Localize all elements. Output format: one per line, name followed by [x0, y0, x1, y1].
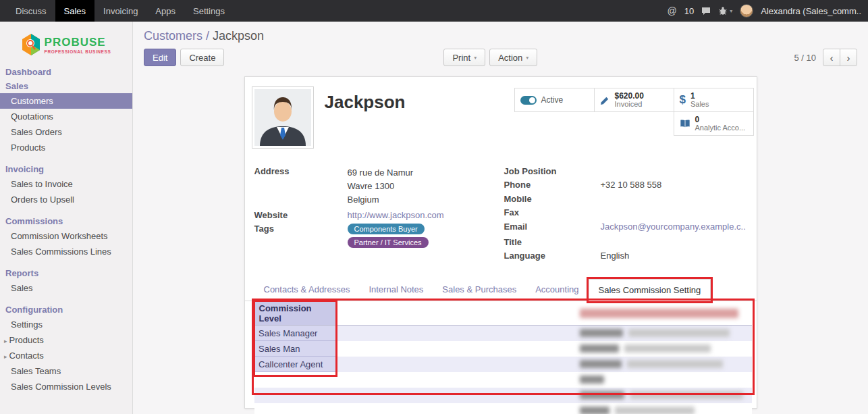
- user-avatar[interactable]: [740, 4, 753, 18]
- email-field: Email Jackpson@yourcompany.example.c..: [504, 222, 751, 232]
- top-menu-discuss[interactable]: Discuss: [7, 0, 55, 22]
- redacted-value: [580, 391, 624, 399]
- sidebar-item-quotations[interactable]: Quotations: [0, 109, 132, 124]
- commission-level-cell: Sales Man: [254, 341, 335, 357]
- sidebar-item-products[interactable]: Products: [0, 140, 132, 155]
- sidebar-section-sales[interactable]: Sales: [0, 79, 132, 93]
- tab-sales-commission-setting[interactable]: Sales Commission Setting: [589, 279, 711, 301]
- pager-buttons: ‹ ›: [823, 49, 857, 66]
- sidebar-item-config-products[interactable]: ▸Products: [0, 332, 132, 348]
- active-toggle-button[interactable]: Active: [514, 88, 595, 112]
- fax-label: Fax: [504, 207, 601, 217]
- invoiced-stat-button[interactable]: $620.00 Invoiced: [594, 88, 674, 112]
- commission-row-callcenter-agent[interactable]: Callcenter Agent: [254, 357, 752, 372]
- top-menu-sales[interactable]: Sales: [55, 0, 95, 22]
- top-menu-apps[interactable]: Apps: [146, 0, 184, 22]
- field-column-left: Address 69 rue de Namur Wavre 1300 Belgi…: [254, 166, 504, 264]
- sidebar-section-invoicing[interactable]: Invoicing: [0, 162, 132, 176]
- tab-internal-notes[interactable]: Internal Notes: [359, 279, 433, 301]
- topbar-systray: @ 10 ▾ Alexandra (Sales_comm..: [667, 4, 861, 18]
- sidebar-item-orders-to-upsell[interactable]: Orders to Upsell: [0, 192, 132, 207]
- redacted-cell: [576, 341, 752, 357]
- commission-level-column-header[interactable]: Commission Level: [254, 302, 335, 326]
- top-menu-invoicing[interactable]: Invoicing: [94, 0, 146, 22]
- customer-name: Jackpson: [325, 92, 406, 149]
- pager-previous-button[interactable]: ‹: [823, 49, 840, 66]
- sidebar-item-sales-to-invoice[interactable]: Sales to Invoice: [0, 176, 132, 192]
- messages-icon[interactable]: [701, 7, 711, 15]
- sales-stat-button[interactable]: $ 1 Sales: [674, 88, 754, 112]
- tags-label: Tags: [254, 224, 348, 251]
- sidebar-item-sales-orders[interactable]: Sales Orders: [0, 124, 132, 140]
- mention-count-badge[interactable]: 10: [684, 6, 694, 16]
- analytic-stat-button[interactable]: 0 Analytic Acco...: [674, 111, 754, 136]
- app-logo[interactable]: PROBUSE PROFESSIONAL BUSINESS: [0, 22, 132, 65]
- redacted-value: [580, 329, 623, 337]
- language-label: Language: [504, 251, 601, 261]
- customer-photo[interactable]: [252, 86, 314, 149]
- commission-row-sales-man[interactable]: Sales Man: [254, 341, 752, 357]
- tag-components-buyer: Components Buyer: [348, 224, 425, 234]
- redacted-cell: [576, 388, 752, 403]
- redacted-cell: [576, 357, 752, 372]
- website-link[interactable]: http://www.jackpson.com: [348, 210, 444, 220]
- sidebar-section-configuration[interactable]: Configuration: [0, 303, 132, 317]
- commission-row-sales-manager[interactable]: Sales Manager: [254, 326, 752, 341]
- tab-contacts-addresses[interactable]: Contacts & Addresses: [254, 279, 360, 301]
- app-window: Discuss Sales Invoicing Apps Settings @ …: [0, 0, 868, 414]
- commission-row-empty[interactable]: [254, 372, 752, 388]
- print-dropdown-button[interactable]: Print▾: [443, 49, 485, 66]
- sidebar-section-commissions[interactable]: Commissions: [0, 214, 132, 228]
- sidebar-item-sales-commission-levels[interactable]: Sales Commission Levels: [0, 379, 132, 394]
- redacted-cell: [576, 403, 752, 414]
- edit-button[interactable]: Edit: [144, 49, 176, 66]
- record-sheet: Jackpson Active $620.00 Invoiced $: [244, 76, 757, 409]
- website-field: Website http://www.jackpson.com: [254, 210, 504, 220]
- expand-caret-icon: ▸: [4, 338, 7, 344]
- redacted-value: [580, 376, 604, 384]
- redacted-value: [580, 360, 622, 368]
- record-pager: 5 / 10 ‹ ›: [794, 49, 857, 66]
- top-navbar: Discuss Sales Invoicing Apps Settings @ …: [0, 0, 868, 22]
- user-menu[interactable]: Alexandra (Sales_comm..: [761, 6, 861, 16]
- breadcrumb-customers-link[interactable]: Customers: [144, 29, 202, 43]
- redacted-value: [615, 407, 695, 414]
- address-label: Address: [254, 166, 348, 207]
- phone-value: +32 10 588 558: [601, 180, 662, 190]
- field-group: Address 69 rue de Namur Wavre 1300 Belgi…: [245, 166, 757, 264]
- commission-row-empty[interactable]: [254, 403, 752, 414]
- email-link[interactable]: Jackpson@yourcompany.example.c..: [601, 222, 746, 232]
- pager-next-button[interactable]: ›: [840, 49, 857, 66]
- redacted-value: [580, 344, 619, 353]
- mentions-icon[interactable]: @: [667, 5, 676, 16]
- redacted-value: [627, 360, 723, 368]
- toggle-on-icon: [520, 96, 537, 105]
- sidebar-item-customers[interactable]: Customers: [0, 93, 132, 109]
- sidebar-item-config-contacts[interactable]: ▸Contacts: [0, 348, 132, 363]
- field-column-right: Job Position Phone +32 10 588 558 Mobile…: [504, 166, 751, 264]
- commission-row-empty[interactable]: [254, 388, 752, 403]
- sidebar-section-dashboard[interactable]: Dashboard: [0, 65, 132, 79]
- action-dropdown-button[interactable]: Action▾: [489, 49, 537, 66]
- create-button[interactable]: Create: [180, 49, 224, 66]
- debug-bug-icon[interactable]: ▾: [718, 6, 732, 16]
- phone-field: Phone +32 10 588 558: [504, 180, 751, 190]
- sidebar-item-sales-teams[interactable]: Sales Teams: [0, 363, 132, 379]
- tab-sales-purchases[interactable]: Sales & Purchases: [433, 279, 526, 301]
- redacted-cell: [576, 372, 752, 388]
- analytic-count-value: 0: [695, 115, 746, 124]
- email-label: Email: [504, 222, 601, 232]
- sidebar-section-reports[interactable]: Reports: [0, 266, 132, 280]
- sidebar-item-reports-sales[interactable]: Sales: [0, 280, 132, 296]
- redacted-column-header: [576, 302, 752, 326]
- fax-field: Fax: [504, 207, 751, 217]
- breadcrumb-current: Jackpson: [213, 29, 264, 43]
- debug-caret-icon: ▾: [730, 8, 732, 14]
- empty-cell: [254, 372, 335, 388]
- sidebar-item-commission-worksheets[interactable]: Commission Worksheets: [0, 228, 132, 244]
- sidebar-item-sales-commissions-lines[interactable]: Sales Commissions Lines: [0, 244, 132, 259]
- caret-down-icon: ▾: [526, 55, 528, 61]
- top-menu-settings[interactable]: Settings: [184, 0, 234, 22]
- tab-accounting[interactable]: Accounting: [526, 279, 588, 301]
- sidebar-item-settings[interactable]: Settings: [0, 317, 132, 332]
